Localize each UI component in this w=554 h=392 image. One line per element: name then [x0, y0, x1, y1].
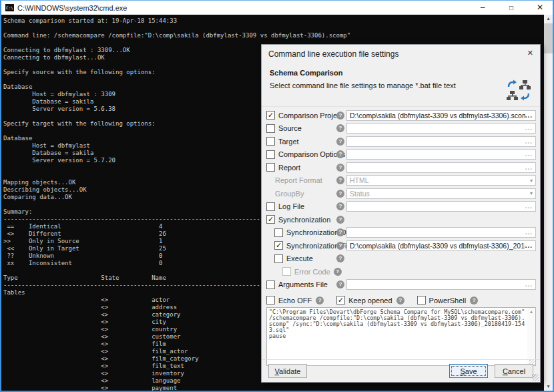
arguments-file-help-icon[interactable]: ? [336, 280, 344, 288]
report-input[interactable]: ... [346, 162, 536, 173]
log-file-browse-button[interactable]: ... [525, 203, 533, 210]
row-comparison-options: Comparison Options?... [262, 148, 540, 162]
scroll-up-icon[interactable]: ▴ [544, 15, 553, 23]
report-format-help-icon[interactable]: ? [336, 176, 344, 184]
close-button[interactable]: ✕ [533, 1, 547, 15]
error-code-help-icon[interactable]: ? [334, 268, 342, 276]
arguments-file-input[interactable]: ... [346, 279, 536, 290]
schema-comparison-icon [507, 79, 531, 101]
dialog-close-icon[interactable]: ✕ [527, 49, 533, 57]
cmd-window: C:\ C:\WINDOWS\system32\cmd.exe – □ ✕ Sc… [0, 0, 554, 392]
row-log-file: Log File?... [262, 200, 540, 214]
report-format-label: Report Format [275, 176, 322, 184]
scroll-down-icon[interactable]: ▾ [544, 383, 553, 391]
row-synchronization: ✓Synchronization? [262, 213, 540, 226]
comparison-project-browse-button[interactable]: ... [525, 112, 533, 119]
error-code-label: Error Code [294, 268, 330, 276]
dialog-title: Command line execution file settings [268, 49, 398, 59]
row-synchronization-file: ✓Synchronization File?D:\comp\sakila (db… [262, 239, 540, 252]
row-report: Report?... [262, 161, 540, 174]
echo-off-checkbox[interactable] [266, 296, 275, 305]
target-help-icon[interactable]: ? [336, 138, 344, 146]
save-button[interactable]: Save [449, 364, 488, 378]
dialog-button-bar: Validate Save Cancel [262, 359, 540, 382]
source-label: Source [278, 124, 302, 132]
window-title: C:\WINDOWS\system32\cmd.exe [17, 4, 127, 12]
keep-opened-help-icon[interactable]: ? [396, 297, 404, 305]
comparison-options-checkbox[interactable] [266, 150, 275, 159]
report-format-dropdown-icon[interactable]: ▾ [530, 178, 533, 184]
comparison-project-label: Comparison Project [278, 112, 343, 120]
synchronization-file-checkbox[interactable]: ✓ [274, 241, 283, 250]
log-file-help-icon[interactable]: ? [336, 202, 344, 210]
report-format-select[interactable]: HTML▾ [346, 175, 536, 186]
synchronization-checkbox[interactable]: ✓ [266, 215, 275, 224]
source-input[interactable]: ... [346, 123, 536, 134]
source-checkbox[interactable] [266, 124, 275, 133]
comparison-project-value: D:\comp\sakila (dbfmylast-3309 vs dbfmyl… [350, 112, 525, 120]
dialog-form: ✓Comparison Project?D:\comp\sakila (dbfm… [262, 106, 540, 291]
comparison-options-browse-button[interactable]: ... [525, 151, 533, 158]
log-file-checkbox[interactable] [266, 202, 275, 211]
keep-opened-checkbox[interactable]: ✓ [336, 296, 345, 305]
synchronization-file-input[interactable]: D:\comp\sakila (dbfmylast-3309 vs dbfmyl… [346, 240, 536, 251]
powershell-label: PowerShell [429, 297, 467, 305]
row-source: Source?... [262, 122, 540, 136]
execute-help-icon[interactable]: ? [336, 254, 344, 262]
comparison-project-checkbox[interactable]: ✓ [266, 111, 275, 120]
dialog-options-row: Echo OFF?✓Keep opened?PowerShell? [262, 295, 540, 305]
dialog-header: Schema Comparison Select command line fi… [262, 62, 540, 104]
report-browse-button[interactable]: ... [525, 164, 533, 171]
groupby-dropdown-icon[interactable]: ▾ [530, 190, 533, 196]
row-synchronization-options: Synchronization Options?... [262, 226, 540, 240]
groupby-help-icon[interactable]: ? [336, 190, 344, 198]
header-title: Schema Comparison [270, 69, 532, 77]
command-preview[interactable]: "C:\Program Files\Devart\dbForge Schema … [267, 308, 535, 341]
synchronization-options-browse-button[interactable]: ... [525, 229, 533, 236]
scrollbar-thumb[interactable] [544, 23, 553, 53]
report-checkbox[interactable] [266, 163, 275, 172]
arguments-file-browse-button[interactable]: ... [525, 281, 533, 288]
groupby-select[interactable]: Status▾ [346, 188, 536, 199]
synchronization-file-browse-button[interactable]: ... [525, 242, 533, 249]
comparison-project-input[interactable]: D:\comp\sakila (dbfmylast-3309 vs dbfmyl… [346, 110, 536, 121]
arguments-file-checkbox[interactable] [266, 280, 275, 289]
report-format-value: HTML [350, 176, 530, 184]
row-report-format: Report Format?HTML▾ [262, 174, 540, 188]
synchronization-help-icon[interactable]: ? [336, 216, 344, 224]
console-scrollbar[interactable]: ▴ ▾ [544, 15, 553, 391]
command-line-settings-dialog: Command line execution file settings ✕ S… [261, 44, 541, 383]
execute-checkbox[interactable] [274, 254, 283, 263]
maximize-button[interactable]: □ [504, 1, 519, 15]
comparison-options-input[interactable]: ... [346, 149, 536, 160]
target-checkbox[interactable] [266, 137, 275, 146]
target-input[interactable]: ... [346, 136, 536, 147]
minimize-button[interactable]: – [475, 1, 490, 15]
synchronization-file-help-icon[interactable]: ? [336, 242, 344, 250]
validate-button[interactable]: Validate [268, 364, 307, 378]
synchronization-options-input[interactable]: ... [346, 227, 536, 238]
source-browse-button[interactable]: ... [525, 125, 533, 132]
dialog-resize-grip[interactable] [532, 374, 539, 381]
execute-label: Execute [286, 254, 313, 262]
cancel-button[interactable]: Cancel [495, 364, 533, 378]
command-preview-box[interactable]: "C:\Program Files\Devart\dbForge Schema … [266, 307, 536, 366]
log-file-input[interactable]: ... [346, 201, 536, 212]
cmd-icon: C:\ [5, 4, 14, 11]
target-browse-button[interactable]: ... [525, 138, 533, 145]
synchronization-options-checkbox[interactable] [274, 228, 283, 237]
preview-scrollbar[interactable]: ▴ [527, 308, 535, 365]
cmd-titlebar: C:\ C:\WINDOWS\system32\cmd.exe – □ ✕ [1, 1, 553, 15]
echo-off-help-icon[interactable]: ? [316, 297, 324, 305]
comparison-project-help-icon[interactable]: ? [336, 112, 344, 120]
header-description: Select command line file settings to man… [270, 81, 532, 89]
source-help-icon[interactable]: ? [336, 124, 344, 132]
row-groupby: GroupBy?Status▾ [262, 187, 540, 200]
groupby-label: GroupBy [275, 190, 304, 198]
synchronization-file-value: D:\comp\sakila (dbfmylast-3309 vs dbfmyl… [350, 242, 525, 250]
report-help-icon[interactable]: ? [336, 164, 344, 172]
error-code-checkbox[interactable] [282, 267, 291, 276]
preview-scroll-up-icon[interactable]: ▴ [527, 308, 535, 316]
powershell-checkbox[interactable] [417, 296, 426, 305]
powershell-help-icon[interactable]: ? [470, 297, 478, 305]
